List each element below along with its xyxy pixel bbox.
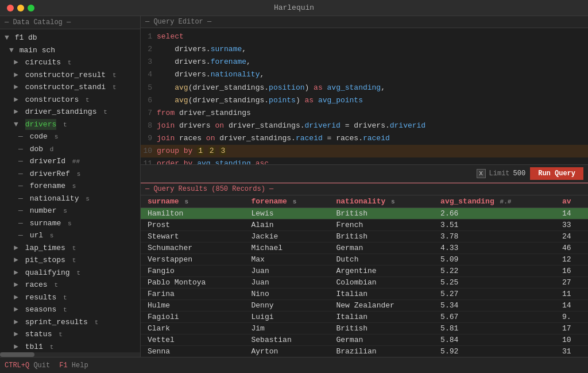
table-item-tbl1[interactable]: ► tbl1 t [0,341,140,353]
cell-nationality: British [329,208,434,220]
table-row[interactable]: VerstappenMaxDutch5.0912 [141,254,588,266]
query-line-4: 4 drivers.nationality, [141,68,588,81]
table-row[interactable]: HamiltonLewisBritish2.6614 [141,208,588,220]
table-name: seasons [25,304,57,316]
bullet-icon: ► [14,70,18,81]
type-label: t [72,244,76,253]
type-label: t [113,71,117,80]
table-item-seasons[interactable]: ► seasons t [0,303,140,316]
table-item-sprint-results[interactable]: ► sprint_results t [0,316,140,329]
col-header-av[interactable]: av [555,195,588,208]
type-label: t [76,268,80,278]
limit-checkbox-box[interactable]: X [477,169,486,178]
cell-surname: Schumacher [141,243,244,254]
col-header-nationality[interactable]: nationality s [329,195,434,208]
type-label: t [95,318,99,328]
cell-forename: Lewis [244,208,329,220]
query-line-9: 9 join races on driver_standings.raceid … [141,132,588,145]
sidebar-header: ― Data Catalog ― [0,16,140,29]
table-item-constructor-result[interactable]: ► constructor_result t [0,69,140,82]
line-number: 6 [141,95,157,106]
table-row[interactable]: FagioliLuigiItalian5.679. [141,312,588,323]
table-row[interactable]: FangioJuanArgentine5.2216 [141,266,588,277]
scrollbar-thumb[interactable] [0,352,34,357]
table-name: qualifying [25,267,70,279]
table-name: pit_stops [25,255,65,266]
column-name: driverId [30,156,65,167]
cell-forename: Sebastian [244,334,329,346]
cell-forename: Ayrton [244,346,329,357]
cell-av: 24 [555,231,588,243]
col-header-forename[interactable]: forename s [244,195,329,208]
col-header-surname[interactable]: surname s [141,195,244,208]
table-name: circuits [25,57,61,68]
dash-icon: — [18,180,23,192]
arrow-icon: ▼ [9,45,14,56]
table-item-status[interactable]: ► status t [0,328,140,341]
table-item-qualifying[interactable]: ► qualifying t [0,267,140,279]
col-type: s [50,231,54,241]
column-item-dob: — dob d [0,143,140,156]
db-item[interactable]: ▼ f1 db [0,32,140,44]
table-item-circuits[interactable]: ► circuits t [0,56,140,69]
table-row[interactable]: VettelSebastianGerman5.8410 [141,334,588,346]
cell-surname: Senna [141,346,244,357]
cell-surname: Prost [141,220,244,231]
line-content: avg(driver_standings.position) as avg_st… [157,82,588,94]
table-item-pit-stops[interactable]: ► pit_stops t [0,254,140,267]
help-key: F1 [59,362,67,370]
column-item-nationality: — nationality s [0,193,140,205]
table-item-lap-times[interactable]: ► lap_times t [0,242,140,255]
line-number: 10 [141,145,157,157]
table-item-driver-standings[interactable]: ► driver_standings t [0,106,140,118]
sidebar-content[interactable]: ▼ f1 db ▼ main sch ► circuits t ► constr… [0,29,140,352]
run-query-button[interactable]: Run Query [530,167,583,180]
sidebar-scrollbar[interactable] [0,352,140,357]
limit-checkbox[interactable]: X Limit 500 [477,169,526,178]
col-header-avg-standing[interactable]: avg_standing #.# [434,195,555,208]
line-number: 3 [141,56,157,68]
type-label: t [103,107,107,117]
table-row[interactable]: ClarkJimBritish5.8117 [141,323,588,334]
table-row[interactable]: ProstAlainFrench3.5133 [141,220,588,231]
cell-nationality: New Zealander [329,300,434,312]
query-line-11: 11 order by avg_standing asc [141,157,588,164]
table-row[interactable]: HulmeDennyNew Zealander5.3414 [141,300,588,312]
limit-label: Limit [489,170,510,178]
column-name: url [30,230,43,241]
cell-forename: Juan [244,277,329,289]
results-table-wrap[interactable]: surname s forename s nationality s avg_s… [141,195,588,357]
cell-avg_standing: 5.25 [434,277,555,289]
table-row[interactable]: StewartJackieBritish3.7824 [141,231,588,243]
type-label: t [113,83,117,93]
type-label: t [54,280,58,290]
table-item-constructor-standi[interactable]: ► constructor_standi t [0,81,140,94]
schema-item[interactable]: ▼ main sch [0,44,140,57]
table-item-results[interactable]: ► results t [0,291,140,304]
column-item-url: — url s [0,229,140,242]
table-item-constructors[interactable]: ► constructors t [0,94,140,106]
table-row[interactable]: Pablo MontoyaJuanColombian5.2527 [141,277,588,289]
cell-nationality: Brazilian [329,346,434,357]
query-body[interactable]: 1 select 2 drivers.surname, 3 drivers.fo… [141,28,588,164]
cell-surname: Vettel [141,334,244,346]
table-row[interactable]: SchumacherMichaelGerman4.3346 [141,243,588,254]
maximize-button[interactable] [28,5,34,11]
table-item-drivers[interactable]: ▼ drivers t [0,118,140,131]
table-name: tbl1 [25,341,43,353]
cell-forename: Michael [244,243,329,254]
table-name: sprint_results [25,317,88,328]
minimize-button[interactable] [17,5,24,11]
table-item-races[interactable]: ► races t [0,279,140,291]
close-button[interactable] [7,5,14,11]
table-name: driver_standings [25,106,97,118]
table-row[interactable]: SennaAyrtonBrazilian5.9231 [141,346,588,357]
window-controls [7,5,34,11]
cell-forename: Nino [244,289,329,300]
column-name: surname [30,218,61,229]
table-row[interactable]: FarinaNinoItalian5.2711 [141,289,588,300]
cell-avg_standing: 5.09 [434,254,555,266]
col-type: s [63,206,67,216]
cell-forename: Jim [244,323,329,334]
cell-avg_standing: 5.27 [434,289,555,300]
